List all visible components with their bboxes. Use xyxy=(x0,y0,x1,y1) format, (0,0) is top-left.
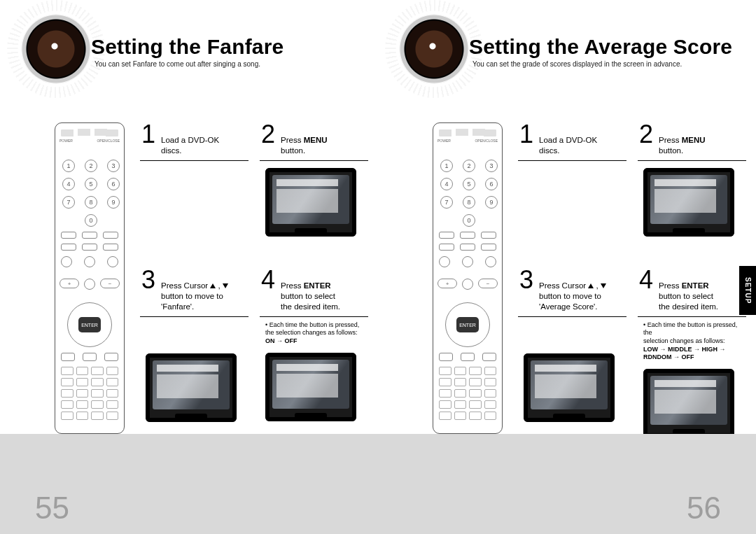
step-number: 4 xyxy=(639,267,653,293)
remote-key-6: 6 xyxy=(107,178,120,190)
cursor-up-icon xyxy=(588,283,594,288)
speaker-icon xyxy=(21,14,91,84)
step-number: 3 xyxy=(141,267,155,293)
remote-control-illustration: POWEROPEN/CLOSE 1 2 3 4 5 6 7 8 9 0 +− xyxy=(433,122,503,434)
right-steps: 1 Load a DVD-OK discs. 2 Press MENU butt… xyxy=(518,119,749,434)
step-4: 4 Press ENTER button to select the desir… xyxy=(638,265,746,437)
remote-key-1: 1 xyxy=(62,160,75,172)
remote-key-3: 3 xyxy=(107,160,120,172)
page-subtitle: You can set the grade of scores displaye… xyxy=(472,60,682,68)
remote-key-5: 5 xyxy=(85,178,97,190)
step-1: 1 Load a DVD-OK discs. xyxy=(140,119,248,237)
tv-screenshot xyxy=(265,168,356,237)
tv-screenshot xyxy=(643,168,734,237)
page-title: Setting the Fanfare xyxy=(91,35,284,59)
remote-key-9: 9 xyxy=(107,196,120,209)
step-2: 2 Press MENU button. xyxy=(260,119,368,237)
step-note: Each time the button is pressed, the sel… xyxy=(638,317,746,362)
step-text: Press ENTER button to select the desired… xyxy=(659,281,718,312)
tv-screenshot xyxy=(265,353,356,421)
tv-screenshot xyxy=(146,353,237,422)
tv-screenshot xyxy=(643,369,734,437)
page-number-right: 56 xyxy=(687,491,721,526)
step-text: Press Cursor , button to move to 'Averag… xyxy=(539,281,606,312)
step-number: 2 xyxy=(261,122,275,147)
remote-key-4: 4 xyxy=(62,178,75,190)
cursor-down-icon xyxy=(601,283,606,288)
section-tab-setup: SETUP xyxy=(739,266,756,315)
step-text: Press ENTER button to select the desired… xyxy=(281,281,340,312)
page-number-left: 55 xyxy=(35,491,69,526)
step-text: Press MENU button. xyxy=(659,135,705,156)
remote-key-0: 0 xyxy=(85,214,97,227)
cursor-up-icon xyxy=(210,283,216,288)
step-3: 3 Press Cursor , button to move to 'Fanf… xyxy=(140,265,248,422)
remote-key-7: 7 xyxy=(62,196,75,209)
step-text: Load a DVD-OK discs. xyxy=(161,135,219,156)
cursor-down-icon xyxy=(223,283,228,288)
left-page: Setting the Fanfare You can set Fanfare … xyxy=(0,0,378,434)
page-title: Setting the Average Score xyxy=(469,35,732,59)
step-text: Load a DVD-OK discs. xyxy=(539,135,597,156)
step-3: 3 Press Cursor , button to move to 'Aver… xyxy=(518,265,626,437)
remote-dpad xyxy=(67,302,112,347)
tv-screenshot xyxy=(524,353,615,422)
step-number: 1 xyxy=(141,122,155,147)
step-1: 1 Load a DVD-OK discs. xyxy=(518,119,626,237)
columns: Setting the Fanfare You can set Fanfare … xyxy=(0,0,756,434)
remote-dpad xyxy=(445,302,490,347)
step-text: Press Cursor , button to move to 'Fanfar… xyxy=(161,281,228,312)
remote-key-2: 2 xyxy=(85,160,97,172)
remote-control-illustration: POWEROPEN/CLOSE 1 2 3 4 5 6 7 8 9 0 +− xyxy=(55,122,125,434)
page-subtitle: You can set Fanfare to come out after si… xyxy=(94,60,260,68)
step-number: 4 xyxy=(261,267,275,293)
manual-spread: { "left": { "title": "Setting the Fanfar… xyxy=(0,0,756,534)
step-number: 1 xyxy=(519,122,533,147)
step-number: 3 xyxy=(519,267,533,293)
remote-key-8: 8 xyxy=(85,196,97,209)
step-note: Each time the button is pressed, the sel… xyxy=(260,317,368,346)
step-number: 2 xyxy=(639,122,653,147)
right-page: Setting the Average Score You can set th… xyxy=(378,0,756,434)
left-steps: 1 Load a DVD-OK discs. 2 Press MENU butt… xyxy=(140,119,371,434)
step-4: 4 Press ENTER button to select the desir… xyxy=(260,265,368,422)
step-text: Press MENU button. xyxy=(281,135,327,156)
step-2: 2 Press MENU button. xyxy=(638,119,746,237)
speaker-icon xyxy=(399,14,469,84)
footer-bar: 55 56 xyxy=(0,434,756,534)
